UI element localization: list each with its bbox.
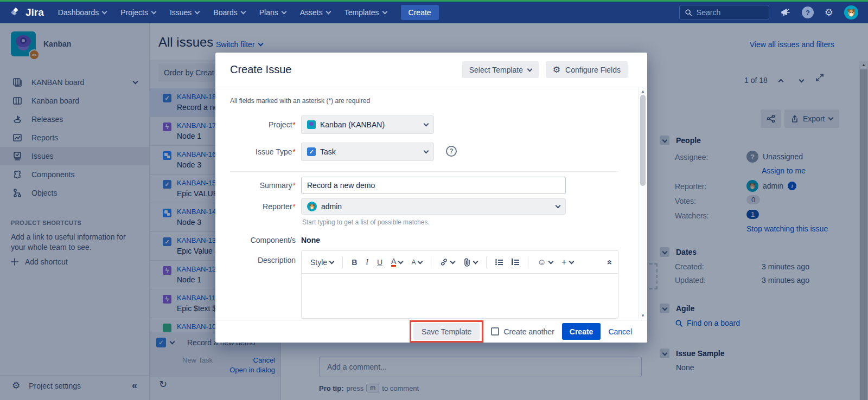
paperclip-icon — [463, 258, 471, 267]
nav-menu-item[interactable]: Assets — [300, 8, 330, 17]
editor-toolbar: Style B I U A A ☺ — [302, 251, 618, 274]
save-template-button[interactable]: Save Template — [413, 323, 480, 340]
nav-menu-item[interactable]: Dashboards — [58, 8, 107, 17]
search-input[interactable] — [697, 8, 762, 17]
create-another-checkbox[interactable] — [491, 327, 499, 336]
nav-menu-item[interactable]: Templates — [344, 8, 387, 17]
project-avatar-icon — [307, 120, 316, 129]
dog-avatar-image — [846, 7, 857, 18]
reporter-select[interactable]: admin — [301, 198, 566, 215]
top-navbar: Jira Dashboards Projects Issues — [0, 2, 868, 23]
create-submit-button[interactable]: Create — [562, 323, 601, 340]
numbered-list-button[interactable] — [508, 256, 522, 268]
reporter-select-value: admin — [321, 202, 342, 211]
issue-type-help-icon[interactable]: ? — [446, 146, 457, 157]
nav-menu-label: Issues — [170, 8, 192, 17]
nav-menu-item[interactable]: Plans — [259, 8, 286, 17]
form-divider — [230, 171, 618, 172]
collapse-toolbar-icon[interactable]: « — [605, 260, 615, 264]
chevron-down-icon — [281, 9, 286, 15]
reporter-avatar — [307, 202, 317, 211]
global-search[interactable] — [679, 5, 769, 20]
chevron-down-icon — [424, 121, 429, 127]
chevron-down-icon — [424, 149, 429, 154]
italic-button[interactable]: I — [362, 256, 372, 269]
nav-menu-label: Assets — [300, 8, 323, 17]
bullet-list-button[interactable] — [492, 256, 506, 268]
project-select[interactable]: Kanban (KANBAN) — [301, 115, 434, 134]
issue-type-select-value: Task — [320, 147, 336, 156]
text-color-dropdown[interactable]: A — [388, 256, 406, 269]
components-field-label: Component/s — [215, 236, 296, 244]
description-editor[interactable]: Style B I U A A ☺ — [301, 250, 618, 319]
nav-menus: Dashboards Projects Issues Boards — [58, 8, 387, 17]
gear-icon: ⚙ — [553, 64, 560, 75]
scroll-down-icon[interactable]: ▾ — [639, 313, 647, 318]
cancel-link[interactable]: Cancel — [608, 327, 632, 336]
issue-type-select[interactable]: ✓ Task — [301, 143, 434, 161]
chevron-down-icon — [151, 9, 156, 15]
project-select-value: Kanban (KANBAN) — [320, 120, 385, 129]
reporter-field-label: Reporter — [215, 202, 296, 211]
select-template-dropdown[interactable]: Select Template — [462, 61, 539, 78]
style-dropdown[interactable]: Style — [307, 256, 337, 269]
nav-menu-label: Plans — [259, 8, 278, 17]
emoji-dropdown[interactable]: ☺ — [534, 255, 556, 269]
description-field-label: Description — [215, 256, 296, 264]
reporter-help-text: Start typing to get a list of possible m… — [302, 218, 430, 226]
emoji-icon: ☺ — [537, 257, 546, 267]
nav-menu-label: Boards — [213, 8, 237, 17]
plus-icon: + — [561, 257, 567, 268]
insert-more-dropdown[interactable]: + — [558, 255, 577, 270]
modal-header-divider — [215, 87, 647, 87]
components-value: None — [301, 236, 320, 244]
create-another-label: Create another — [503, 327, 554, 336]
summary-field-label: Summary — [215, 181, 296, 190]
modal-footer: Save Template Create another Create Canc… — [215, 320, 647, 343]
bold-button[interactable]: B — [348, 256, 360, 269]
modal-title: Create Issue — [230, 63, 291, 76]
jira-logo[interactable]: Jira — [10, 7, 44, 18]
nav-menu-label: Dashboards — [58, 8, 99, 17]
text-format-dropdown[interactable]: A — [408, 256, 425, 268]
link-dropdown[interactable] — [437, 256, 458, 268]
task-type-icon: ✓ — [307, 147, 316, 156]
chevron-down-icon — [326, 9, 331, 15]
gear-icon[interactable]: ⚙ — [825, 8, 833, 17]
jira-logo-text: Jira — [25, 7, 44, 18]
project-field-label: Project — [215, 120, 296, 129]
issue-type-field-label: Issue Type — [215, 147, 296, 156]
nav-menu-item[interactable]: Boards — [213, 8, 245, 17]
description-textarea[interactable] — [302, 274, 618, 319]
nav-menu-label: Projects — [120, 8, 148, 17]
configure-fields-label: Configure Fields — [565, 66, 621, 74]
underline-button[interactable]: U — [374, 256, 386, 269]
user-avatar[interactable] — [844, 5, 858, 20]
chevron-down-icon — [556, 203, 561, 209]
create-button[interactable]: Create — [401, 5, 439, 20]
annotation-highlight-box: Save Template — [410, 320, 483, 343]
help-icon[interactable]: ? — [802, 7, 814, 18]
summary-input[interactable] — [301, 177, 566, 194]
configure-fields-button[interactable]: ⚙ Configure Fields — [546, 61, 628, 78]
required-fields-note: All fields marked with an asterisk (*) a… — [230, 97, 370, 105]
scrollbar-thumb[interactable] — [640, 95, 646, 186]
search-icon — [685, 9, 692, 16]
attach-dropdown[interactable] — [460, 256, 481, 269]
announcements-icon[interactable] — [780, 8, 791, 17]
jira-logo-icon — [10, 7, 22, 18]
navbar-right: ? ⚙ — [679, 5, 858, 20]
chevron-down-icon — [195, 9, 200, 15]
chevron-down-icon — [527, 66, 533, 72]
chevron-down-icon — [102, 9, 107, 15]
scroll-up-icon[interactable]: ▴ — [639, 88, 647, 94]
create-issue-modal: Create Issue Select Template ⚙ Configure… — [215, 53, 647, 343]
select-template-label: Select Template — [469, 66, 523, 74]
nav-menu-item[interactable]: Issues — [170, 8, 199, 17]
chevron-down-icon — [240, 9, 246, 15]
nav-menu-item[interactable]: Projects — [120, 8, 156, 17]
nav-menu-label: Templates — [344, 8, 379, 17]
link-icon — [440, 258, 448, 266]
jira-app: Jira Dashboards Projects Issues — [0, 0, 868, 400]
modal-scrollbar[interactable]: ▴ ▾ — [639, 87, 646, 319]
